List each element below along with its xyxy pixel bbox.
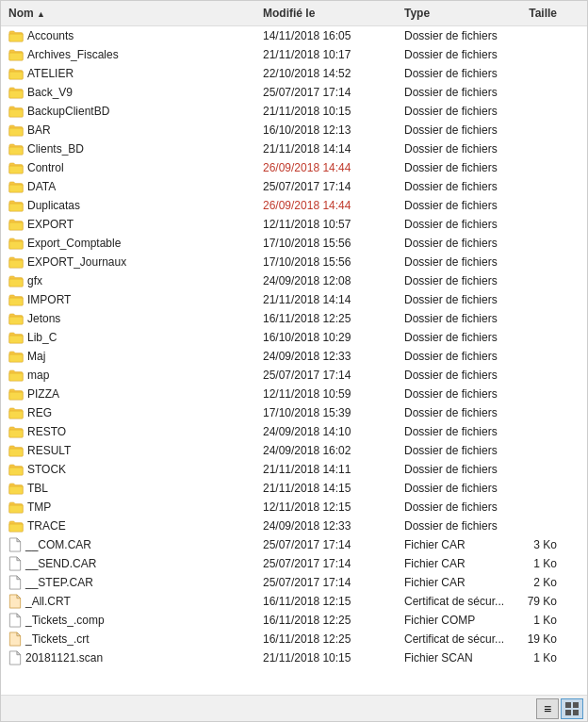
file-name-cell: IMPORT bbox=[1, 293, 255, 306]
list-item[interactable]: __COM.CAR 25/07/2017 17:14 Fichier CAR 3… bbox=[1, 535, 587, 554]
list-item[interactable]: Back_V9 25/07/2017 17:14 Dossier de fich… bbox=[1, 83, 587, 102]
file-name-cell: EXPORT_Journaux bbox=[1, 255, 255, 269]
file-date: 25/07/2017 17:14 bbox=[255, 576, 397, 589]
list-item[interactable]: TRACE 24/09/2018 12:33 Dossier de fichie… bbox=[1, 517, 587, 535]
list-item[interactable]: Maj 24/09/2018 12:33 Dossier de fichiers bbox=[1, 347, 587, 366]
list-item[interactable]: TMP 12/11/2018 12:15 Dossier de fichiers bbox=[1, 498, 587, 517]
file-icon bbox=[8, 556, 22, 571]
list-item[interactable]: gfx 24/09/2018 12:08 Dossier de fichiers bbox=[1, 271, 587, 290]
list-item[interactable]: Accounts 14/11/2018 16:05 Dossier de fic… bbox=[1, 26, 587, 45]
bottom-bar: ≡ bbox=[1, 695, 587, 721]
file-name: _Tickets_.comp bbox=[25, 614, 105, 627]
file-icon bbox=[8, 613, 22, 628]
view-list-button[interactable]: ≡ bbox=[536, 698, 559, 719]
folder-icon bbox=[8, 162, 24, 174]
list-item[interactable]: EXPORT 12/11/2018 10:57 Dossier de fichi… bbox=[1, 215, 587, 234]
folder-icon bbox=[8, 501, 24, 514]
list-item[interactable]: Duplicatas 26/09/2018 14:44 Dossier de f… bbox=[1, 196, 587, 215]
file-type: Dossier de fichiers bbox=[397, 161, 519, 174]
file-name-cell: Clients_BD bbox=[1, 142, 255, 156]
file-type: Fichier CAR bbox=[397, 538, 519, 551]
file-date: 25/07/2017 17:14 bbox=[255, 86, 397, 99]
file-size: 1 Ko bbox=[519, 651, 576, 665]
folder-icon bbox=[8, 124, 24, 137]
view-details-button[interactable] bbox=[561, 698, 583, 719]
file-type: Dossier de fichiers bbox=[397, 387, 519, 401]
list-item[interactable]: BAR 16/10/2018 12:13 Dossier de fichiers bbox=[1, 121, 587, 139]
list-item[interactable]: RESULT 24/09/2018 16:02 Dossier de fichi… bbox=[1, 441, 587, 460]
list-item[interactable]: Export_Comptable 17/10/2018 15:56 Dossie… bbox=[1, 234, 587, 253]
list-item[interactable]: PIZZA 12/11/2018 10:59 Dossier de fichie… bbox=[1, 385, 587, 403]
folder-icon bbox=[8, 294, 24, 306]
header-date[interactable]: Modifié le bbox=[255, 5, 397, 22]
file-date: 16/11/2018 12:25 bbox=[255, 312, 397, 325]
list-item[interactable]: Jetons 16/11/2018 12:25 Dossier de fichi… bbox=[1, 309, 587, 328]
file-date: 24/09/2018 12:33 bbox=[255, 350, 397, 363]
file-date: 21/11/2018 14:11 bbox=[255, 463, 397, 476]
file-icon bbox=[8, 632, 22, 647]
list-item[interactable]: RESTO 24/09/2018 14:10 Dossier de fichie… bbox=[1, 422, 587, 441]
list-item[interactable]: _All.CRT 16/11/2018 12:15 Certificat de … bbox=[1, 592, 587, 611]
list-item[interactable]: __SEND.CAR 25/07/2017 17:14 Fichier CAR … bbox=[1, 554, 587, 573]
folder-icon bbox=[8, 49, 24, 61]
folder-icon bbox=[8, 30, 24, 42]
file-type: Dossier de fichiers bbox=[397, 406, 519, 419]
list-item[interactable]: REG 17/10/2018 15:39 Dossier de fichiers bbox=[1, 403, 587, 422]
file-date: 25/07/2017 17:14 bbox=[255, 557, 397, 570]
file-type: Fichier CAR bbox=[397, 576, 519, 589]
file-size: 19 Ko bbox=[519, 632, 576, 646]
file-name: Jetons bbox=[27, 312, 60, 325]
list-item[interactable]: DATA 25/07/2017 17:14 Dossier de fichier… bbox=[1, 177, 587, 196]
file-icon bbox=[8, 594, 22, 609]
file-name-cell: gfx bbox=[1, 274, 255, 287]
file-icon bbox=[8, 537, 22, 552]
header-name[interactable]: Nom ▲ bbox=[1, 5, 255, 22]
file-type: Dossier de fichiers bbox=[397, 29, 519, 42]
folder-icon bbox=[8, 332, 24, 344]
file-name: gfx bbox=[27, 274, 42, 287]
file-type: Dossier de fichiers bbox=[397, 350, 519, 363]
file-size: 3 Ko bbox=[519, 538, 576, 551]
file-date: 21/11/2018 10:15 bbox=[255, 105, 397, 118]
file-type: Fichier CAR bbox=[397, 557, 519, 570]
list-item[interactable]: BackupClientBD 21/11/2018 10:15 Dossier … bbox=[1, 102, 587, 121]
file-name: Clients_BD bbox=[27, 142, 84, 156]
list-item[interactable]: 20181121.scan 21/11/2018 10:15 Fichier S… bbox=[1, 648, 587, 667]
list-item[interactable]: _Tickets_.comp 16/11/2018 12:25 Fichier … bbox=[1, 611, 587, 630]
list-item[interactable]: IMPORT 21/11/2018 14:14 Dossier de fichi… bbox=[1, 290, 587, 309]
header-size[interactable]: Taille bbox=[519, 5, 576, 22]
file-name-cell: PIZZA bbox=[1, 387, 255, 401]
list-item[interactable]: __STEP.CAR 25/07/2017 17:14 Fichier CAR … bbox=[1, 573, 587, 592]
list-item[interactable]: Lib_C 16/10/2018 10:29 Dossier de fichie… bbox=[1, 328, 587, 347]
file-name-cell: BAR bbox=[1, 123, 255, 137]
details-view-icon bbox=[565, 702, 579, 715]
svg-rect-2 bbox=[565, 710, 571, 715]
file-name: EXPORT bbox=[27, 218, 74, 231]
list-item[interactable]: _Tickets_.crt 16/11/2018 12:25 Certifica… bbox=[1, 630, 587, 648]
folder-icon bbox=[8, 445, 24, 457]
file-date: 21/11/2018 14:15 bbox=[255, 482, 397, 495]
file-name-cell: __SEND.CAR bbox=[1, 556, 255, 571]
file-name-cell: map bbox=[1, 369, 255, 382]
file-name-cell: Duplicatas bbox=[1, 199, 255, 212]
header-type[interactable]: Type bbox=[397, 5, 519, 22]
list-item[interactable]: Archives_Fiscales 21/11/2018 10:17 Dossi… bbox=[1, 45, 587, 64]
list-item[interactable]: map 25/07/2017 17:14 Dossier de fichiers bbox=[1, 366, 587, 385]
file-date: 25/07/2017 17:14 bbox=[255, 538, 397, 551]
file-name-cell: Archives_Fiscales bbox=[1, 48, 255, 61]
file-size: 1 Ko bbox=[519, 557, 576, 570]
list-item[interactable]: EXPORT_Journaux 17/10/2018 15:56 Dossier… bbox=[1, 253, 587, 271]
list-item[interactable]: TBL 21/11/2018 14:15 Dossier de fichiers bbox=[1, 479, 587, 498]
list-item[interactable]: Control 26/09/2018 14:44 Dossier de fich… bbox=[1, 158, 587, 177]
file-date: 17/10/2018 15:39 bbox=[255, 406, 397, 419]
list-item[interactable]: ATELIER 22/10/2018 14:52 Dossier de fich… bbox=[1, 64, 587, 83]
file-type: Dossier de fichiers bbox=[397, 218, 519, 231]
folder-icon bbox=[8, 238, 24, 250]
list-item[interactable]: Clients_BD 21/11/2018 14:14 Dossier de f… bbox=[1, 139, 587, 158]
file-date: 16/10/2018 12:13 bbox=[255, 123, 397, 137]
file-type: Dossier de fichiers bbox=[397, 199, 519, 212]
list-item[interactable]: STOCK 21/11/2018 14:11 Dossier de fichie… bbox=[1, 460, 587, 479]
folder-icon bbox=[8, 200, 24, 212]
file-date: 26/09/2018 14:44 bbox=[255, 199, 397, 212]
file-date: 25/07/2017 17:14 bbox=[255, 369, 397, 382]
